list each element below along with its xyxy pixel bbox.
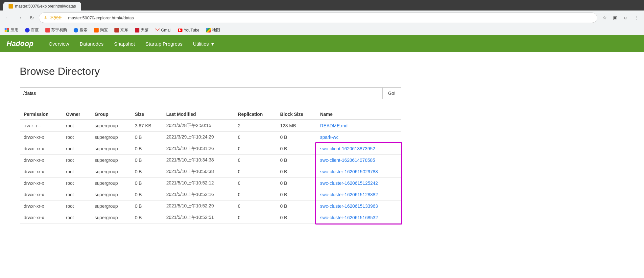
cell-owner: root	[62, 178, 91, 189]
url-display: master:50070/explorer.html#/datas	[68, 15, 134, 20]
back-button[interactable]: ←	[3, 13, 12, 22]
cell-replication: 0	[234, 166, 276, 178]
file-link[interactable]: swc-cluster-1620615168532	[320, 215, 378, 220]
col-permission: Permission	[20, 109, 62, 120]
col-name: Name	[316, 109, 401, 120]
cell-last-modified: 2021/5/10上午10:52:16	[162, 189, 234, 201]
file-link[interactable]: swc-client-1620614070585	[320, 158, 375, 163]
bookmark-maps[interactable]: 地图	[205, 27, 221, 33]
toolbar-actions: ☆ ▣ ☺ ⋮	[600, 13, 641, 22]
cell-block-size: 0 B	[276, 155, 316, 166]
cell-group: supergroup	[91, 132, 131, 143]
file-link[interactable]: swc-cluster-1620615128882	[320, 192, 378, 197]
table-row: drwxr-xr-xrootsupergroup0 B2021/5/10上午10…	[20, 189, 401, 201]
file-link[interactable]: README.md	[320, 123, 347, 128]
cell-owner: root	[62, 189, 91, 201]
cell-name[interactable]: swc-cluster-1620615029788	[316, 166, 401, 178]
cell-block-size: 0 B	[276, 201, 316, 212]
col-block-size: Block Size	[276, 109, 316, 120]
address-bar[interactable]: ⚠ 不安全 | master:50070/explorer.html#/data…	[39, 12, 597, 23]
hadoop-brand[interactable]: Hadoop	[7, 39, 34, 48]
apps-grid-icon	[5, 28, 9, 32]
search-icon	[74, 28, 78, 32]
file-link[interactable]: swc-cluster-1620615133963	[320, 203, 378, 209]
cell-group: supergroup	[91, 212, 131, 224]
cell-name[interactable]: swc-cluster-1620615168532	[316, 212, 401, 224]
tmall-icon	[135, 28, 139, 32]
nav-startup-progress[interactable]: Startup Progress	[140, 35, 188, 52]
cell-group: supergroup	[91, 178, 131, 189]
cell-last-modified: 2021/5/10上午10:52:12	[162, 178, 234, 189]
gmail-icon	[155, 28, 160, 32]
active-tab[interactable]: master:50070/explorer.html#/datas	[3, 2, 81, 11]
table-container: Permission Owner Group Size Last Modifie…	[20, 109, 624, 224]
go-button[interactable]: Go!	[382, 87, 401, 99]
nav-datanodes[interactable]: Datanodes	[74, 35, 109, 52]
cell-permission: drwxr-xr-x	[20, 132, 62, 143]
taobao-icon	[94, 28, 99, 32]
table-body: -rw-r--r--rootsupergroup3.67 KB2021/3/28…	[20, 120, 401, 224]
cell-group: supergroup	[91, 120, 131, 132]
table-row: -rw-r--r--rootsupergroup3.67 KB2021/3/28…	[20, 120, 401, 132]
browser-toolbar: ← → ↻ ⚠ 不安全 | master:50070/explorer.html…	[0, 11, 644, 25]
cell-owner: root	[62, 212, 91, 224]
bookmark-taobao[interactable]: 淘宝	[93, 27, 109, 33]
bookmark-youtube[interactable]: YouTube	[177, 27, 201, 33]
cell-name[interactable]: swc-cluster-1620615133963	[316, 201, 401, 212]
nav-snapshot[interactable]: Snapshot	[109, 35, 140, 52]
cell-permission: drwxr-xr-x	[20, 155, 62, 166]
bookmark-search[interactable]: 搜索	[72, 27, 89, 33]
cell-name[interactable]: spark-wc	[316, 132, 401, 143]
cell-group: supergroup	[91, 143, 131, 155]
bookmark-star-button[interactable]: ☆	[600, 13, 609, 22]
bookmark-sny[interactable]: 苏宁易购	[44, 27, 68, 33]
bookmark-gmail[interactable]: Gmail	[154, 27, 173, 33]
tab-favicon	[9, 4, 13, 9]
cell-size: 0 B	[131, 212, 162, 224]
table-row: drwxr-xr-xrootsupergroup0 B2021/5/10上午10…	[20, 212, 401, 224]
cell-block-size: 128 MB	[276, 120, 316, 132]
bookmark-gmail-label: Gmail	[161, 28, 171, 32]
bookmark-taobao-label: 淘宝	[100, 27, 108, 33]
reload-button[interactable]: ↻	[27, 13, 36, 22]
file-link[interactable]: swc-cluster-1620615029788	[320, 169, 378, 174]
url-separator: |	[64, 15, 65, 20]
bookmark-baidu[interactable]: 百度	[24, 27, 40, 33]
cell-last-modified: 2021/3/29上午10:24:29	[162, 132, 234, 143]
security-label: 不安全	[50, 15, 62, 21]
cell-name[interactable]: swc-client-1620613873952	[316, 143, 401, 155]
bookmark-jd[interactable]: 京东	[113, 27, 130, 33]
nav-utilities[interactable]: Utilities ▼	[188, 35, 220, 52]
forward-button[interactable]: →	[15, 13, 24, 22]
cell-owner: root	[62, 155, 91, 166]
table-row: drwxr-xr-xrootsupergroup0 B2021/5/10上午10…	[20, 166, 401, 178]
bookmark-apps[interactable]: 应用	[3, 27, 20, 33]
bookmark-sny-label: 苏宁易购	[51, 27, 67, 33]
bookmarks-bar: 应用 百度 苏宁易购 搜索 淘宝 京东 天猫	[0, 25, 644, 35]
extensions-button[interactable]: ▣	[610, 13, 620, 22]
bookmark-tmall[interactable]: 天猫	[133, 27, 150, 33]
menu-button[interactable]: ⋮	[632, 13, 641, 22]
cell-owner: root	[62, 143, 91, 155]
hadoop-navbar: Hadoop Overview Datanodes Snapshot Start…	[0, 35, 644, 52]
cell-name[interactable]: README.md	[316, 120, 401, 132]
file-link[interactable]: swc-client-1620613873952	[320, 146, 375, 151]
path-bar: Go!	[20, 87, 401, 99]
cell-replication: 0	[234, 178, 276, 189]
cell-group: supergroup	[91, 189, 131, 201]
cell-owner: root	[62, 166, 91, 178]
nav-overview[interactable]: Overview	[43, 35, 75, 52]
browser-chrome: master:50070/explorer.html#/datas ← → ↻ …	[0, 0, 644, 35]
col-owner: Owner	[62, 109, 91, 120]
path-input[interactable]	[20, 87, 382, 99]
youtube-icon	[178, 29, 182, 32]
bookmark-apps-label: 应用	[11, 27, 18, 33]
cell-size: 0 B	[131, 132, 162, 143]
profile-button[interactable]: ☺	[621, 13, 630, 22]
file-link[interactable]: spark-wc	[320, 135, 339, 140]
cell-name[interactable]: swc-cluster-1620615128882	[316, 189, 401, 201]
cell-name[interactable]: swc-client-1620614070585	[316, 155, 401, 166]
file-link[interactable]: swc-cluster-1620615125242	[320, 181, 378, 186]
bookmark-tmall-label: 天猫	[141, 27, 149, 33]
cell-name[interactable]: swc-cluster-1620615125242	[316, 178, 401, 189]
